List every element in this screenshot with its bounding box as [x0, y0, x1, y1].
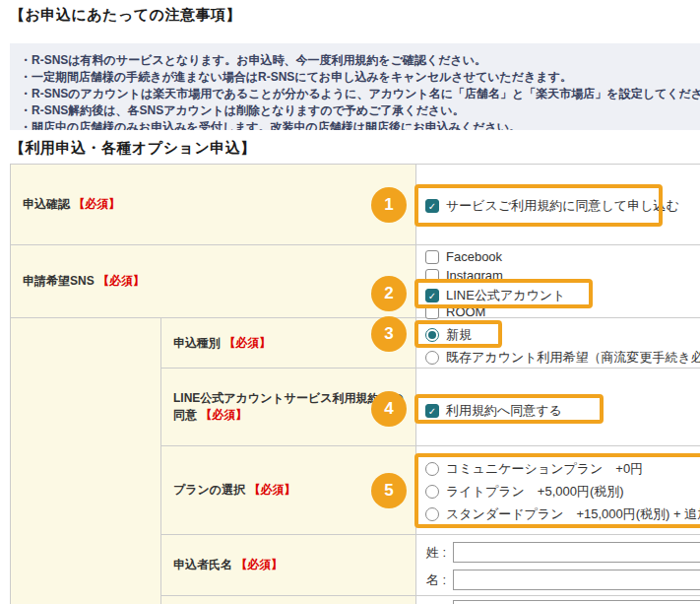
rsns-application-page: { "notice": { "heading": "【お申込にあたっての注意事項…	[0, 0, 700, 604]
sns-option-facebook[interactable]: Facebook	[425, 249, 502, 264]
required-badge: 【必須】	[200, 408, 247, 422]
confirm-content-cell: 1 ✓ サービスご利用規約に同意して申し込む	[416, 165, 700, 244]
plan-label: プランの選択	[173, 483, 245, 497]
required-badge: 【必須】	[248, 483, 295, 497]
line-terms-checkbox-option[interactable]: ✓ 利用規約へ同意する	[425, 402, 562, 420]
checkbox-checked-icon[interactable]: ✓	[425, 289, 439, 302]
nested-subrows: 申込種別 【必須】 3 新規 既存アカウント利用希望（商流変更手続き必須）	[161, 318, 700, 604]
required-badge: 【必須】	[73, 197, 120, 211]
next-field-group	[426, 600, 700, 604]
confirm-checkbox-label: サービスご利用規約に同意して申し込む	[446, 197, 679, 215]
note-line: ・R-SNSのアカウントは楽天市場用であることが分かるように、アカウント名に「店…	[20, 86, 700, 102]
step-badge-3: 3	[371, 316, 407, 352]
type-option-new[interactable]: 新規	[425, 326, 472, 344]
note-line: ・開店中の店舗様のみお申込みを受付します。改装中の店舗様は開店後にお申込みくださ…	[20, 119, 700, 130]
checkbox-icon[interactable]	[425, 269, 439, 283]
radio-selected-icon[interactable]	[425, 328, 439, 342]
plan-option-label: スタンダードプラン +15,000円(税別) + 追加メッセ	[446, 505, 700, 523]
nested-outer-cell	[11, 318, 161, 604]
next-input[interactable]	[453, 600, 700, 604]
sns-option-label: ROOM	[446, 304, 485, 319]
type-option-existing[interactable]: 既存アカウント利用希望（商流変更手続き必須）	[425, 349, 700, 367]
row-plan-select: プランの選択 【必須】 5 コミュニケーションプラン +0円 ライトプラン +5…	[161, 446, 700, 535]
sns-content-cell: 2 Facebook Instagram ✓ LINE公式アカウント ROOM	[416, 245, 700, 317]
plan-content-cell: 5 コミュニケーションプラン +0円 ライトプラン +5,000円(税別) スタ…	[416, 446, 700, 534]
sns-option-room[interactable]: ROOM	[425, 304, 485, 319]
sns-option-label: Facebook	[446, 249, 502, 264]
row-next-partial	[161, 596, 700, 604]
confirm-checkbox-option[interactable]: ✓ サービスご利用規約に同意して申し込む	[425, 197, 679, 215]
plan-option-label: ライトプラン +5,000円(税別)	[446, 483, 624, 501]
sns-option-label: LINE公式アカウント	[446, 287, 565, 304]
row-application-type: 申込種別 【必須】 3 新規 既存アカウント利用希望（商流変更手続き必須）	[161, 318, 700, 369]
checkbox-icon[interactable]	[425, 250, 439, 264]
type-label: 申込種別	[173, 336, 221, 350]
line-terms-checkbox-label: 利用規約へ同意する	[446, 402, 562, 420]
sns-option-line[interactable]: ✓ LINE公式アカウント	[425, 287, 565, 304]
plan-option-label: コミュニケーションプラン +0円	[446, 460, 643, 478]
note-line: ・R-SNSは有料のサービスとなります。お申込時、今一度利用規約をご確認ください…	[20, 52, 700, 69]
step-badge-1: 1	[371, 187, 407, 223]
type-option-label: 既存アカウント利用希望（商流変更手続き必須）	[446, 349, 700, 367]
plan-option-communication[interactable]: コミュニケーションプラン +0円	[425, 460, 643, 478]
first-name-field-group: 名 :	[426, 570, 700, 590]
notice-heading: 【お申込にあたっての注意事項】	[10, 6, 241, 25]
step-badge-5: 5	[371, 473, 407, 508]
next-content-cell	[416, 596, 700, 604]
last-name-input[interactable]	[453, 542, 700, 563]
sns-label: 申請希望SNS	[23, 274, 95, 288]
note-line: ・一定期間店舗様の手続きが進まない場合はR-SNSにてお申し込みをキャンセルさせ…	[20, 69, 700, 86]
required-badge: 【必須】	[97, 274, 145, 288]
row-applicant-name: 申込者氏名 【必須】 姓 : 名 :	[161, 535, 700, 596]
checkbox-checked-icon[interactable]: ✓	[425, 404, 439, 418]
row-sns: 申請希望SNS 【必須】 2 Facebook Instagram ✓ LINE…	[11, 245, 700, 318]
radio-icon[interactable]	[425, 351, 439, 365]
name-label-cell: 申込者氏名 【必須】	[161, 535, 416, 595]
notice-notes-box: ・R-SNSは有料のサービスとなります。お申込時、今一度利用規約をご確認ください…	[10, 43, 700, 130]
note-line: ・R-SNS解約後は、各SNSアカウントは削除となりますので予めご了承ください。	[20, 102, 700, 119]
line-terms-content-cell: 4 ✓ 利用規約へ同意する	[416, 369, 700, 445]
name-content-cell: 姓 : 名 :	[416, 535, 700, 595]
sns-label-cell: 申請希望SNS 【必須】	[11, 245, 416, 317]
confirm-label: 申込確認	[23, 197, 70, 211]
required-badge: 【必須】	[235, 558, 283, 571]
first-name-input[interactable]	[453, 570, 700, 590]
radio-icon[interactable]	[425, 507, 439, 521]
step-badge-4: 4	[371, 391, 407, 427]
application-form-table: 申込確認 【必須】 1 ✓ サービスご利用規約に同意して申し込む 申請希望SNS…	[10, 164, 700, 604]
last-name-field-group: 姓 :	[426, 542, 700, 563]
row-confirm: 申込確認 【必須】 1 ✓ サービスご利用規約に同意して申し込む	[11, 165, 700, 245]
row-line-terms: LINE公式アカウントサービス利用規約への同意 【必須】 4 ✓ 利用規約へ同意…	[161, 369, 700, 446]
confirm-label-cell: 申込確認 【必須】	[11, 165, 416, 244]
last-name-label: 姓 :	[426, 544, 453, 562]
step-badge-2: 2	[371, 276, 407, 311]
required-badge: 【必須】	[223, 336, 271, 350]
plan-option-standard[interactable]: スタンダードプラン +15,000円(税別) + 追加メッセ	[425, 505, 700, 523]
radio-icon[interactable]	[425, 462, 439, 476]
sns-option-instagram[interactable]: Instagram	[425, 268, 503, 283]
name-label: 申込者氏名	[173, 558, 232, 571]
type-option-label: 新規	[446, 326, 472, 344]
first-name-label: 名 :	[426, 571, 453, 589]
checkbox-icon[interactable]	[425, 305, 439, 319]
radio-icon[interactable]	[425, 485, 439, 499]
row-nested: 申込種別 【必須】 3 新規 既存アカウント利用希望（商流変更手続き必須）	[11, 318, 700, 604]
sns-option-label: Instagram	[446, 268, 503, 283]
form-heading: 【利用申込・各種オプション申込】	[10, 139, 256, 158]
plan-option-light[interactable]: ライトプラン +5,000円(税別)	[425, 483, 624, 501]
checkbox-checked-icon[interactable]: ✓	[425, 199, 439, 213]
type-content-cell: 3 新規 既存アカウント利用希望（商流変更手続き必須）	[416, 318, 700, 368]
next-label-cell	[161, 596, 416, 604]
